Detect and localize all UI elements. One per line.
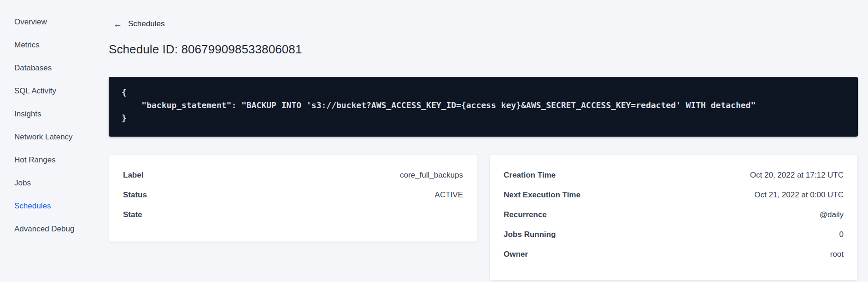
back-link-label: Schedules — [128, 19, 164, 29]
row-value: @daily — [820, 210, 844, 219]
sidebar: Overview Metrics Databases SQL Activity … — [0, 0, 109, 282]
row-label: Recurrence — [504, 210, 547, 219]
card-row-creation-time: Creation Time Oct 20, 2022 at 17:12 UTC — [504, 166, 844, 185]
sidebar-item-schedules[interactable]: Schedules — [14, 195, 109, 218]
card-row-status: Status ACTIVE — [123, 185, 463, 205]
code-line: "backup_statement": "BACKUP INTO 's3://b… — [122, 99, 845, 112]
page-title: Schedule ID: 806799098533806081 — [109, 42, 858, 57]
row-label: Status — [123, 190, 147, 200]
sidebar-item-sql-activity[interactable]: SQL Activity — [14, 80, 109, 103]
row-value: ACTIVE — [435, 190, 463, 200]
sidebar-item-metrics[interactable]: Metrics — [14, 34, 109, 57]
sidebar-item-advanced-debug[interactable]: Advanced Debug — [14, 218, 109, 241]
card-row-owner: Owner root — [504, 245, 844, 265]
row-label: Label — [123, 171, 143, 180]
sidebar-item-overview[interactable]: Overview — [14, 11, 109, 34]
sidebar-item-jobs[interactable]: Jobs — [14, 172, 109, 195]
code-line: } — [122, 112, 845, 125]
card-row-next-execution-time: Next Execution Time Oct 21, 2022 at 0:00… — [504, 185, 844, 205]
card-row-recurrence: Recurrence @daily — [504, 205, 844, 225]
card-row-jobs-running: Jobs Running 0 — [504, 225, 844, 245]
row-label: Creation Time — [504, 171, 556, 180]
main-content: ← Schedules Schedule ID: 806799098533806… — [109, 0, 868, 282]
sidebar-item-hot-ranges[interactable]: Hot Ranges — [14, 149, 109, 172]
row-label: State — [123, 210, 142, 219]
row-value: core_full_backups — [400, 171, 463, 180]
summary-cards: Label core_full_backups Status ACTIVE St… — [109, 154, 858, 281]
sidebar-item-databases[interactable]: Databases — [14, 57, 109, 80]
row-value: 0 — [839, 230, 844, 239]
schedule-status-card: Label core_full_backups Status ACTIVE St… — [109, 154, 477, 242]
sidebar-item-insights[interactable]: Insights — [14, 103, 109, 126]
schedule-statement-code-block: { "backup_statement": "BACKUP INTO 's3:/… — [109, 77, 858, 137]
row-label: Next Execution Time — [504, 190, 581, 200]
app-window: Overview Metrics Databases SQL Activity … — [0, 0, 868, 282]
back-arrow-icon: ← — [113, 20, 122, 29]
row-value: Oct 20, 2022 at 17:12 UTC — [750, 171, 844, 180]
sidebar-item-network-latency[interactable]: Network Latency — [14, 126, 109, 149]
back-to-schedules-link[interactable]: ← Schedules — [109, 19, 164, 29]
row-label: Jobs Running — [504, 230, 556, 239]
row-value: root — [830, 250, 844, 259]
card-row-label: Label core_full_backups — [123, 166, 463, 185]
row-label: Owner — [504, 250, 528, 259]
card-row-state: State — [123, 205, 463, 225]
row-value: Oct 21, 2022 at 0:00 UTC — [754, 190, 844, 200]
schedule-timing-card: Creation Time Oct 20, 2022 at 17:12 UTC … — [489, 154, 858, 281]
code-line: { — [122, 86, 845, 99]
